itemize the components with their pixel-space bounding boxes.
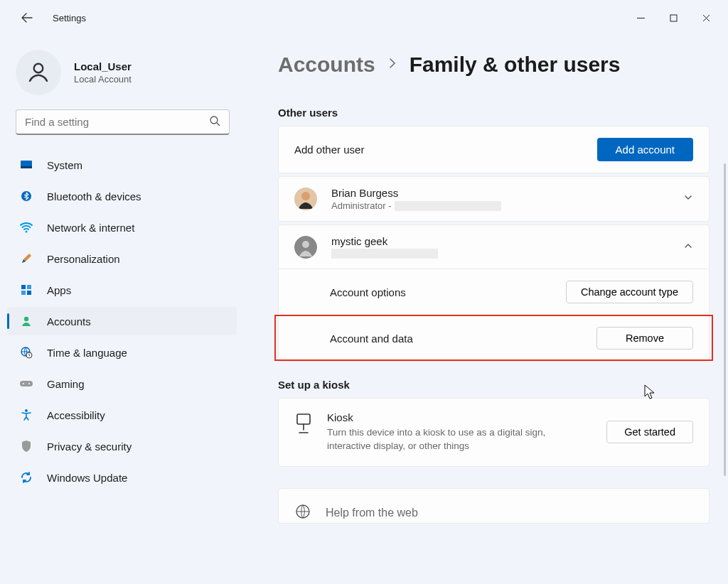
title-bar: Settings — [0, 0, 728, 36]
help-label: Help from the web — [326, 507, 418, 519]
search-box[interactable] — [16, 109, 230, 135]
sidebar-item-privacy[interactable]: Privacy & security — [7, 432, 237, 460]
profile-name: Local_User — [74, 60, 132, 72]
svg-point-15 — [23, 383, 24, 384]
system-icon — [18, 157, 34, 173]
sidebar-item-label: Accounts — [47, 315, 91, 328]
expanded-options: Account options Change account type Acco… — [279, 269, 709, 361]
svg-point-1 — [34, 64, 43, 73]
gamepad-icon — [18, 376, 34, 391]
sidebar-item-update[interactable]: Windows Update — [7, 463, 237, 492]
user-row-brian[interactable]: Brian Burgess Administrator - — [279, 177, 709, 221]
account-and-data-row: Account and data Remove — [279, 315, 709, 361]
person-icon — [26, 60, 51, 85]
apps-icon — [18, 282, 34, 298]
globe-clock-icon — [18, 345, 34, 360]
sidebar-item-label: Time & language — [47, 347, 127, 359]
change-account-type-button[interactable]: Change account type — [566, 281, 693, 303]
search-icon — [209, 115, 220, 129]
svg-point-6 — [26, 231, 28, 233]
user-card-mystic: mystic geek Account options Change accou… — [278, 225, 710, 362]
maximize-button[interactable] — [657, 6, 690, 29]
kiosk-heading: Set up a kiosk — [278, 379, 710, 391]
breadcrumb-root[interactable]: Accounts — [278, 53, 375, 77]
user-name: Brian Burgess — [331, 187, 501, 199]
minimize-button[interactable] — [624, 6, 657, 29]
sidebar-item-time[interactable]: Time & language — [7, 338, 237, 367]
sidebar-item-accounts[interactable]: Accounts — [7, 307, 237, 335]
paintbrush-icon — [18, 251, 34, 266]
user-role: Administrator - — [331, 200, 501, 211]
avatar — [294, 188, 317, 210]
svg-point-21 — [302, 241, 309, 248]
shield-icon — [18, 438, 34, 454]
user-name: mystic geek — [331, 235, 438, 247]
svg-rect-4 — [21, 166, 32, 168]
other-users-heading: Other users — [278, 107, 710, 119]
sidebar-item-accessibility[interactable]: Accessibility — [7, 401, 237, 429]
bluetooth-icon — [18, 188, 34, 204]
svg-point-16 — [28, 383, 30, 384]
page-title: Family & other users — [410, 53, 621, 77]
accessibility-icon — [18, 407, 34, 423]
svg-rect-22 — [297, 414, 310, 424]
globe-icon — [294, 503, 311, 523]
add-account-button[interactable]: Add account — [597, 138, 693, 161]
svg-point-11 — [24, 317, 28, 321]
close-button[interactable] — [690, 6, 722, 29]
main-content: Accounts Family & other users Other user… — [245, 36, 728, 584]
account-options-row: Account options Change account type — [279, 269, 709, 315]
sidebar-item-bluetooth[interactable]: Bluetooth & devices — [7, 182, 237, 210]
update-icon — [18, 470, 34, 485]
sidebar-item-label: Apps — [47, 284, 71, 296]
sidebar-item-label: Privacy & security — [47, 440, 132, 453]
sidebar-item-label: Gaming — [47, 378, 85, 390]
scrollbar[interactable] — [724, 163, 726, 476]
account-options-label: Account options — [330, 286, 406, 298]
svg-rect-0 — [670, 15, 677, 21]
sidebar-item-network[interactable]: Network & internet — [7, 213, 237, 242]
user-row-mystic[interactable]: mystic geek — [279, 225, 709, 269]
remove-button[interactable]: Remove — [596, 327, 693, 350]
sidebar-item-apps[interactable]: Apps — [7, 276, 237, 304]
minimize-icon — [637, 14, 645, 22]
add-other-user-label: Add other user — [294, 144, 364, 156]
back-button[interactable] — [14, 5, 40, 31]
kiosk-icon — [294, 413, 313, 437]
wifi-icon — [18, 220, 34, 235]
arrow-left-icon — [21, 12, 33, 23]
sidebar-item-label: Accessibility — [47, 409, 105, 421]
chevron-right-icon — [388, 57, 397, 72]
sidebar: Local_User Local Account System Bluetoot… — [0, 36, 245, 584]
maximize-icon — [670, 14, 678, 22]
avatar — [16, 50, 61, 95]
kiosk-title: Kiosk — [327, 411, 583, 423]
breadcrumb: Accounts Family & other users — [278, 53, 710, 77]
help-card[interactable]: Help from the web — [278, 488, 710, 524]
close-icon — [702, 14, 710, 22]
svg-rect-9 — [21, 291, 26, 295]
user-role — [331, 249, 438, 259]
svg-point-17 — [25, 409, 28, 412]
svg-rect-10 — [27, 291, 31, 295]
chevron-down-icon — [683, 193, 693, 205]
profile-block[interactable]: Local_User Local Account — [0, 44, 245, 107]
sidebar-item-label: System — [47, 159, 82, 171]
add-other-user-card: Add other user Add account — [278, 126, 710, 173]
svg-rect-7 — [21, 285, 26, 289]
svg-point-2 — [210, 117, 218, 124]
sidebar-item-gaming[interactable]: Gaming — [7, 369, 237, 398]
sidebar-item-personalization[interactable]: Personalization — [7, 244, 237, 273]
sidebar-item-system[interactable]: System — [7, 151, 237, 179]
sidebar-item-label: Network & internet — [47, 222, 134, 234]
svg-rect-8 — [27, 285, 31, 289]
avatar — [294, 236, 317, 259]
window-controls — [624, 6, 722, 29]
search-input[interactable] — [25, 116, 203, 128]
svg-rect-14 — [20, 381, 33, 386]
redacted-text — [395, 201, 501, 211]
account-and-data-label: Account and data — [330, 332, 413, 345]
get-started-button[interactable]: Get started — [606, 421, 693, 443]
app-title: Settings — [53, 13, 86, 23]
sidebar-item-label: Bluetooth & devices — [47, 190, 141, 202]
